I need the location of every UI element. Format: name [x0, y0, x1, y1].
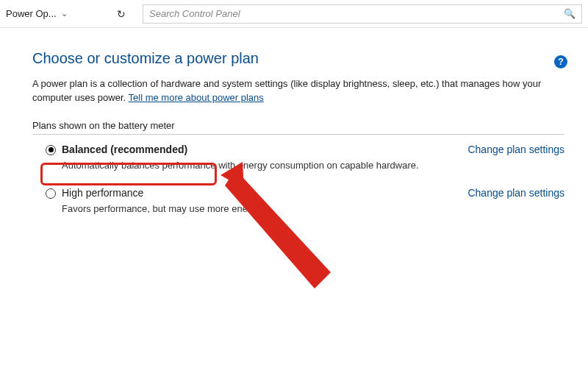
search-icon[interactable]: 🔍: [564, 8, 576, 19]
radio-balanced[interactable]: [46, 145, 56, 155]
section-label: Plans shown on the battery meter: [32, 120, 564, 131]
change-settings-link-balanced[interactable]: Change plan settings: [467, 144, 564, 155]
plan-row-balanced: Balanced (recommended) Change plan setti…: [32, 144, 564, 155]
change-settings-link-high-performance[interactable]: Change plan settings: [467, 187, 564, 199]
page-title: Choose or customize a power plan: [32, 50, 564, 67]
plan-description-balanced: Automatically balances performance with …: [62, 160, 564, 171]
help-icon[interactable]: ?: [554, 55, 567, 68]
refresh-button[interactable]: ↻: [113, 6, 129, 22]
radio-high-performance[interactable]: [46, 188, 56, 199]
content-area: Choose or customize a power plan A power…: [0, 28, 588, 214]
breadcrumb[interactable]: Power Op... ⌄: [6, 8, 109, 19]
plan-left: Balanced (recommended): [46, 144, 187, 155]
refresh-icon: ↻: [117, 8, 126, 20]
plan-name-balanced[interactable]: Balanced (recommended): [62, 144, 187, 155]
plan-description-high-performance: Favors performance, but may use more ene…: [62, 203, 564, 214]
breadcrumb-text: Power Op...: [6, 8, 57, 19]
learn-more-link[interactable]: Tell me more about power plans: [129, 92, 264, 103]
plan-left: High performance: [46, 187, 143, 199]
topbar: Power Op... ⌄ ↻ 🔍: [0, 0, 588, 28]
search-box[interactable]: 🔍: [143, 4, 582, 24]
description-text: A power plan is a collection of hardware…: [32, 78, 541, 103]
section-divider: [32, 134, 564, 135]
search-input[interactable]: [149, 8, 564, 19]
plan-row-high-performance: High performance Change plan settings: [32, 187, 564, 199]
chevron-down-icon[interactable]: ⌄: [61, 9, 68, 18]
page-description: A power plan is a collection of hardware…: [32, 77, 562, 105]
plan-name-high-performance[interactable]: High performance: [62, 187, 143, 199]
